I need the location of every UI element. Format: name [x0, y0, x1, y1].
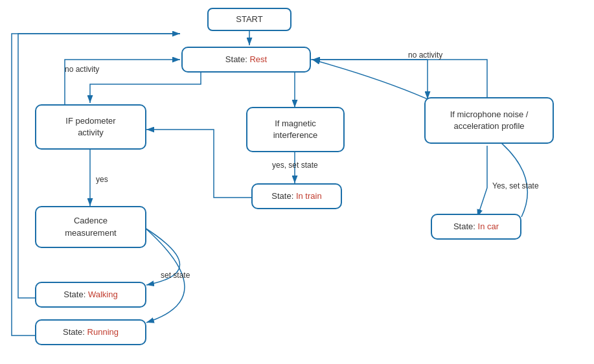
rest-node: State: Rest	[181, 47, 311, 73]
in-train-node: State: In train	[251, 183, 342, 209]
yes-label: yes	[96, 175, 108, 184]
cadence-node: Cadencemeasurement	[35, 206, 146, 248]
yes-set-state-train-label: yes, set state	[272, 161, 318, 170]
pedometer-node: IF pedometeractivity	[35, 104, 146, 150]
magnetic-node: If magneticinterference	[246, 107, 345, 152]
start-node: START	[207, 8, 291, 31]
in-car-node: State: In car	[431, 214, 521, 240]
microphone-node: If microphone noise /acceleration profil…	[424, 97, 554, 144]
no-activity-left-label: no activity	[65, 65, 99, 74]
running-node: State: Running	[35, 319, 146, 345]
flowchart: START State: Rest IF pedometeractivity I…	[0, 0, 594, 364]
walking-node: State: Walking	[35, 282, 146, 308]
no-activity-right-label: no activity	[408, 51, 442, 60]
yes-set-state-car-label: Yes, set state	[492, 181, 539, 190]
set-state-label: set state	[161, 271, 190, 280]
